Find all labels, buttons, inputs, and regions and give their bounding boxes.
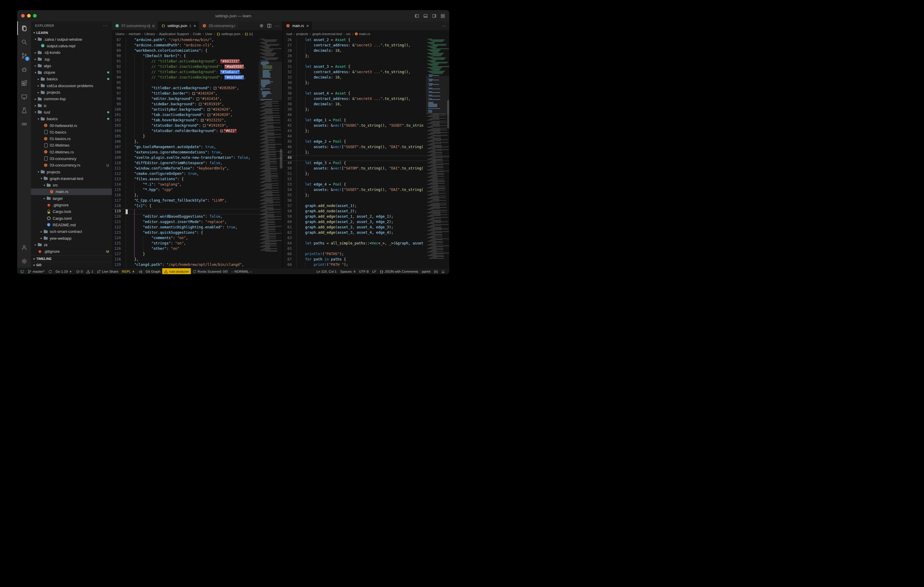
- status-language-mode[interactable]: {}JSON with Comments: [378, 268, 420, 275]
- breadcrumb-item[interactable]: User: [205, 32, 212, 36]
- scrollbar-thumb[interactable]: [280, 149, 282, 169]
- status-live-share[interactable]: Live Share: [95, 268, 120, 275]
- minimap-slider[interactable]: [259, 62, 282, 100]
- tree-item[interactable]: ▾basics: [31, 116, 112, 122]
- tree-item[interactable]: main.rs: [31, 189, 112, 195]
- tree-item[interactable]: 01-basics: [31, 129, 112, 135]
- breadcrumb-item[interactable]: rust: [286, 32, 292, 36]
- status-git-branch[interactable]: master*: [26, 268, 46, 275]
- activitybar-source-control[interactable]: 5: [17, 49, 31, 62]
- status-sync[interactable]: [46, 268, 54, 275]
- breadcrumb-item[interactable]: {}settings.json: [216, 32, 240, 36]
- status-errors[interactable]: 0: [74, 268, 84, 275]
- status-git-graph[interactable]: Git Graph: [144, 268, 162, 275]
- status-repl[interactable]: REPL: [120, 268, 137, 275]
- sidebar-section-timeline[interactable]: ▸ TIMELINE: [31, 255, 112, 262]
- status-cursor-position[interactable]: Ln 119, Col 1: [315, 268, 338, 275]
- tree-item[interactable]: ▸.lsp: [31, 56, 112, 62]
- activitybar-run-debug[interactable]: [17, 62, 31, 76]
- breadcrumb-item[interactable]: Library: [144, 32, 155, 36]
- tree-item[interactable]: 02-lifetimes: [31, 142, 112, 149]
- tree-item[interactable]: ▾graph-traversal-test: [31, 175, 112, 182]
- status-notifications[interactable]: [439, 268, 447, 275]
- breadcrumb-item[interactable]: {}[c]: [244, 32, 253, 36]
- layout-sidebar-left-button[interactable]: [415, 14, 419, 18]
- sidebar-section-learn[interactable]: ▾ LEARN: [31, 30, 112, 36]
- breadcrumb-item[interactable]: projects: [296, 32, 308, 36]
- layout-panel-button[interactable]: [423, 14, 428, 18]
- breadcrumb-item[interactable]: src: [346, 32, 351, 36]
- tree-item[interactable]: .gitignore: [31, 202, 112, 208]
- breadcrumb-item[interactable]: Application Support: [159, 32, 189, 36]
- layout-sidebar-right-button[interactable]: [432, 14, 436, 18]
- status-roots-scanned[interactable]: Roots Scanned: 0/0: [191, 268, 229, 275]
- tree-item[interactable]: 03-concurrency.rsU: [31, 162, 112, 169]
- minimap[interactable]: [426, 38, 449, 268]
- editor-settings-json[interactable]: 87"arduino.path": "/opt/homebrew/bin/",8…: [112, 38, 282, 268]
- tree-item[interactable]: ▾src: [31, 182, 112, 189]
- tree-item[interactable]: ▸algo: [31, 62, 112, 69]
- breadcrumb-item[interactable]: michael: [129, 32, 140, 36]
- tree-item[interactable]: ▾projects: [31, 169, 112, 175]
- breadcrumb-item[interactable]: graph-traversal-test: [312, 32, 342, 36]
- tree-item[interactable]: 00-helloworld.rs: [31, 122, 112, 129]
- breadcrumb-item[interactable]: Code: [193, 32, 201, 36]
- more-actions-icon[interactable]: ···: [275, 23, 279, 28]
- tree-item[interactable]: ▸target: [31, 195, 112, 202]
- tree-item[interactable]: ▸.clj-kondo: [31, 49, 112, 56]
- activitybar-search[interactable]: [17, 35, 31, 49]
- editor-main-rs[interactable]: 26let asset_2 = Asset {27contract_addres…: [283, 38, 449, 268]
- status-warnings[interactable]: 1: [84, 268, 95, 275]
- gear-icon[interactable]: [259, 23, 264, 28]
- activitybar-remote-explorer[interactable]: [17, 90, 31, 104]
- close-window-button[interactable]: [21, 14, 25, 18]
- breadcrumb-item[interactable]: main.rs: [355, 32, 370, 36]
- tree-item[interactable]: ▾rust: [31, 109, 112, 115]
- breadcrumb-item[interactable]: Users: [116, 32, 124, 36]
- status-encoding[interactable]: UTF-8: [357, 268, 371, 275]
- tree-item[interactable]: ▸ic: [31, 102, 112, 109]
- more-actions-icon[interactable]: ···: [442, 23, 447, 28]
- tree-item[interactable]: ▾.calva / output-window: [31, 36, 112, 43]
- minimize-window-button[interactable]: [27, 14, 31, 18]
- tree-item[interactable]: ▸zk: [31, 242, 112, 248]
- tree-item[interactable]: ▸common-lisp: [31, 96, 112, 102]
- tree-item[interactable]: ▸scrt-smart-contract: [31, 229, 112, 235]
- tree-item[interactable]: 01-basics.rs: [31, 135, 112, 142]
- tab-03-concurrency.r[interactable]: 03-concurrency.r: [199, 21, 238, 30]
- activitybar-explorer[interactable]: [17, 21, 31, 35]
- tree-item[interactable]: ▸cs61a discussion problems: [31, 82, 112, 89]
- activitybar-live-share[interactable]: [17, 117, 31, 131]
- title-bar[interactable]: settings.json — learn: [17, 10, 449, 21]
- sidebar-section-go[interactable]: ▸ GO: [31, 262, 112, 268]
- tab-main.rs[interactable]: main.rs×: [283, 21, 312, 30]
- status-vim-mode[interactable]: -- NORMAL --: [229, 268, 254, 275]
- tree-item[interactable]: Cargo.toml: [31, 215, 112, 222]
- tree-item[interactable]: 02-lifetimes.rs: [31, 149, 112, 155]
- more-actions-icon[interactable]: ···: [103, 23, 108, 28]
- minimap-slider[interactable]: [426, 76, 449, 115]
- status-go-version[interactable]: Go 1.19: [54, 268, 74, 275]
- layout-grid-button[interactable]: [441, 14, 445, 18]
- tab-settings.json[interactable]: settings.json1×: [158, 21, 199, 30]
- tree-item[interactable]: ▾clojure: [31, 69, 112, 76]
- tree-item[interactable]: ▸yew-webapp: [31, 235, 112, 242]
- tree-item[interactable]: README.md: [31, 222, 112, 228]
- tree-item[interactable]: .gitignoreM: [31, 248, 112, 255]
- status-clj[interactable]: clj: [137, 268, 144, 275]
- status-remote-indicator[interactable]: [18, 268, 26, 275]
- split-icon[interactable]: [267, 23, 272, 28]
- status-rust-analyzer[interactable]: rust-analyzer: [162, 268, 190, 275]
- tree-item[interactable]: output.calva-repl: [31, 43, 112, 49]
- activitybar-settings[interactable]: [17, 254, 31, 268]
- status-pprint[interactable]: pprint: [420, 268, 432, 275]
- activitybar-extensions[interactable]: [17, 76, 31, 90]
- status-lambda[interactable]: [λ]: [432, 268, 439, 275]
- scrollbar-thumb[interactable]: [447, 100, 449, 128]
- tree-item[interactable]: Cargo.lock: [31, 209, 112, 215]
- zoom-window-button[interactable]: [33, 14, 36, 18]
- status-indentation[interactable]: Spaces: 4: [338, 268, 357, 275]
- close-icon[interactable]: ×: [306, 23, 309, 28]
- tree-item[interactable]: ▸projects: [31, 89, 112, 95]
- tree-item[interactable]: ▸basics: [31, 76, 112, 82]
